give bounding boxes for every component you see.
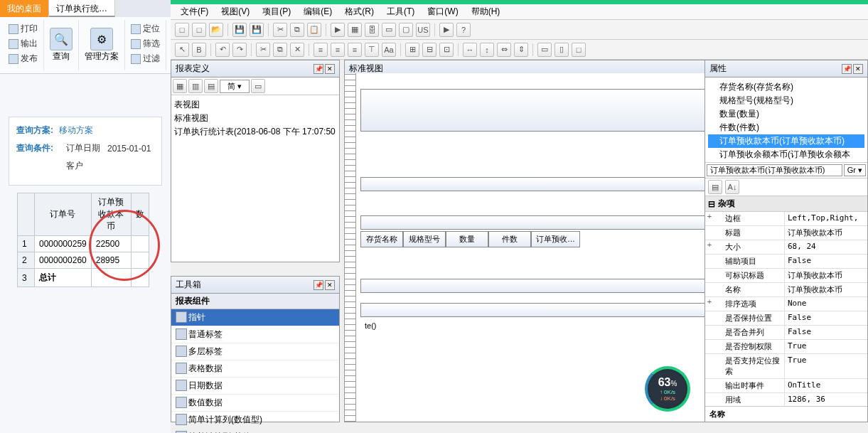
menu-edit[interactable]: 编辑(E) [298, 4, 338, 19]
close-icon[interactable]: ✕ [325, 64, 335, 74]
ribbon-print[interactable]: 打印 [7, 21, 39, 36]
toolbox-item[interactable]: 指针 [171, 309, 339, 326]
expand-icon[interactable] [705, 354, 714, 378]
spacing1-icon[interactable]: ↔ [463, 43, 477, 57]
design-column-header[interactable]: 规格型号 [403, 231, 446, 247]
pin-icon[interactable]: 📌 [314, 64, 323, 74]
property-value[interactable]: Left,Top,Right, [785, 212, 867, 225]
cut-icon[interactable]: ✂ [273, 23, 287, 37]
toolbox-item[interactable]: 多层标签 [171, 343, 339, 360]
menu-tools[interactable]: 工具(T) [381, 4, 420, 19]
property-row[interactable]: 是否保持位置False [705, 311, 867, 326]
table-row[interactable]: 1 0000000259 22500 [18, 236, 149, 252]
query-date-value[interactable]: 2015-01-01 [107, 144, 151, 154]
table-row[interactable]: 2 0000000260 28995 [18, 252, 149, 269]
toolbox-item[interactable]: 简单计算列(其他) [171, 429, 339, 433]
property-row[interactable]: 是否合并列False [705, 326, 867, 340]
ribbon-filter2[interactable]: 过滤 [129, 51, 161, 66]
delete-icon[interactable]: ✕ [290, 43, 304, 57]
menu-window[interactable]: 窗口(W) [422, 4, 464, 19]
field-tree-item[interactable]: 规格型号(规格型号) [708, 94, 864, 107]
property-row[interactable]: +大小68, 24 [705, 240, 867, 255]
property-row[interactable]: 名称订单预收款本币 [705, 283, 867, 297]
property-row[interactable]: 是否支持定位搜索True [705, 354, 867, 379]
layout3-icon[interactable]: ⊡ [439, 43, 454, 57]
property-row[interactable]: 是否控制权限True [705, 340, 867, 354]
paste-icon[interactable]: 📋 [307, 23, 321, 37]
copy-icon[interactable]: ⧉ [290, 23, 304, 37]
tab-desktop[interactable]: 我的桌面 [0, 0, 49, 17]
field-tree[interactable]: 存货名称(存货名称)规格型号(规格型号)数量(数量)件数(件数)订单预收款本币(… [705, 77, 867, 163]
query-plan-value[interactable]: 移动方案 [59, 124, 93, 137]
ribbon-locate[interactable]: 定位 [129, 21, 161, 36]
rpt-btn3[interactable]: ▤ [204, 79, 218, 93]
field-tree-item[interactable]: 件数(件数) [708, 121, 864, 134]
menu-help[interactable]: 帮助(H) [466, 4, 506, 19]
property-value[interactable]: False [785, 326, 867, 339]
us-icon[interactable]: US [416, 23, 430, 37]
size1-icon[interactable]: ▭ [537, 43, 552, 57]
property-value[interactable]: 订单预收款本币 [785, 283, 867, 296]
new-icon[interactable]: □ [175, 23, 189, 37]
menu-project[interactable]: 项目(P) [257, 4, 296, 19]
std-icon[interactable]: ▢ [399, 23, 413, 37]
align-center-icon[interactable]: ≡ [331, 43, 345, 57]
layout2-icon[interactable]: ⊟ [422, 43, 436, 57]
close-icon[interactable]: ✕ [325, 280, 335, 290]
field-tree-item[interactable]: 订单预收款本币(订单预收款本币) [708, 134, 864, 148]
expand-icon[interactable]: + [705, 297, 714, 311]
property-value[interactable]: True [785, 354, 867, 378]
expand-icon[interactable] [705, 326, 714, 339]
copy2-icon[interactable]: ⧉ [273, 43, 287, 57]
run-icon[interactable]: ▶ [439, 23, 454, 37]
sort-cat-icon[interactable]: ▤ [708, 180, 722, 194]
spacing4-icon[interactable]: ⇕ [514, 43, 528, 57]
property-value[interactable]: 订单预收款本币 [785, 226, 867, 240]
cut2-icon[interactable]: ✂ [256, 43, 270, 57]
toolbox-item[interactable]: 数值数据 [171, 395, 339, 412]
toolbox-item[interactable]: 普通标签 [171, 326, 339, 343]
rpt-btn4[interactable]: ▭ [251, 79, 265, 93]
expand-icon[interactable] [705, 269, 714, 282]
rpt-line1[interactable]: 表视图 [174, 98, 336, 112]
expand-icon[interactable] [705, 393, 714, 406]
expand-icon[interactable] [705, 379, 714, 392]
ribbon-export[interactable]: 输出 [7, 36, 39, 51]
help-icon[interactable]: ? [456, 23, 471, 37]
grid-icon[interactable]: ▦ [348, 23, 362, 37]
saveall-icon[interactable]: 💾 [250, 23, 264, 37]
ribbon-plan[interactable]: ⚙ 管理方案 [79, 20, 125, 70]
design-column-header[interactable]: 数量 [446, 231, 488, 247]
pin-icon[interactable]: 📌 [842, 64, 852, 74]
col-orderno[interactable]: 订单号 [35, 193, 92, 236]
property-value[interactable]: False [785, 255, 867, 268]
property-row[interactable]: 输出时事件OnTitle [705, 379, 867, 393]
property-value[interactable]: OnTitle [785, 379, 867, 392]
toolbox-category[interactable]: 报表组件 [171, 294, 339, 309]
new2-icon[interactable]: □ [192, 23, 206, 37]
page-icon[interactable]: ▭ [382, 23, 396, 37]
redo-icon[interactable]: ↷ [232, 43, 247, 57]
menu-view[interactable]: 视图(V) [215, 4, 255, 19]
rpt-btn2[interactable]: ▥ [188, 79, 203, 93]
rpt-line2[interactable]: 标准视图 [174, 112, 336, 125]
property-value[interactable]: 1286, 36 [785, 393, 867, 406]
table-row[interactable]: 3 总计 [18, 269, 149, 287]
property-row[interactable]: 辅助项目False [705, 255, 867, 269]
expand-icon[interactable] [705, 311, 714, 325]
collapse-icon[interactable]: ⊟ [708, 199, 715, 209]
sort-az-icon[interactable]: A↓ [725, 180, 739, 194]
preview-icon[interactable]: ▶ [331, 23, 345, 37]
align-left-icon[interactable]: ≡ [314, 43, 328, 57]
size2-icon[interactable]: ▯ [554, 43, 569, 57]
design-column-header[interactable]: 订单预收… [531, 231, 580, 247]
col-prepay[interactable]: 订单预收款本币 [91, 193, 131, 236]
ribbon-query[interactable]: 🔍 查询 [44, 20, 79, 70]
rpt-line3[interactable]: 订单执行统计表(2018-06-08 下午 17:07:50 [174, 125, 336, 139]
spacing2-icon[interactable]: ↕ [480, 43, 494, 57]
size3-icon[interactable]: □ [572, 43, 586, 57]
property-row[interactable]: +边框Left,Top,Right, [705, 212, 867, 226]
field-tree-item[interactable]: 存货名称(存货名称) [708, 80, 864, 94]
pin-icon[interactable]: 📌 [314, 280, 323, 290]
property-row[interactable]: +排序选项None [705, 297, 867, 311]
